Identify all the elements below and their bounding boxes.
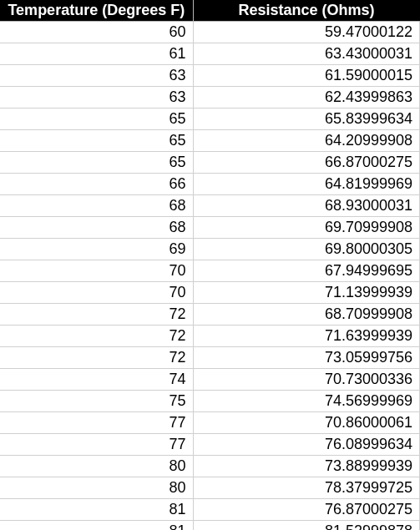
cell-resistance: 68.93000031 <box>193 195 419 217</box>
table-row: 7071.13999939 <box>0 282 420 304</box>
table-row: 6362.43999863 <box>0 87 420 109</box>
cell-resistance: 71.63999939 <box>193 326 419 347</box>
table-row: 7776.08999634 <box>0 434 420 456</box>
cell-resistance: 71.13999939 <box>193 282 419 304</box>
header-resistance: Resistance (Ohms) <box>193 0 419 22</box>
cell-resistance: 73.88999939 <box>193 456 419 477</box>
cell-resistance: 67.94999695 <box>193 260 419 282</box>
table-row: 7273.05999756 <box>0 347 420 369</box>
cell-resistance: 73.05999756 <box>193 347 419 369</box>
cell-temperature: 72 <box>0 326 193 347</box>
cell-resistance: 78.37999725 <box>193 477 419 499</box>
cell-resistance: 69.70999908 <box>193 217 419 239</box>
table-row: 6868.93000031 <box>0 195 420 217</box>
table-header-row: Temperature (Degrees F) Resistance (Ohms… <box>0 0 420 22</box>
table-row: 8176.87000275 <box>0 499 420 521</box>
cell-resistance: 70.86000061 <box>193 412 419 434</box>
cell-resistance: 76.87000275 <box>193 499 419 521</box>
table-row: 6361.59000015 <box>0 65 420 87</box>
table-row: 7770.86000061 <box>0 412 420 434</box>
table-row: 6869.70999908 <box>0 217 420 239</box>
cell-resistance: 62.43999863 <box>193 87 419 109</box>
table-row: 7574.56999969 <box>0 391 420 412</box>
cell-temperature: 72 <box>0 347 193 369</box>
table-row: 6163.43000031 <box>0 43 420 65</box>
cell-temperature: 66 <box>0 174 193 195</box>
table-row: 6564.20999908 <box>0 130 420 152</box>
cell-resistance: 66.87000275 <box>193 152 419 174</box>
cell-resistance: 68.70999908 <box>193 304 419 326</box>
cell-temperature: 68 <box>0 195 193 217</box>
header-temperature: Temperature (Degrees F) <box>0 0 193 22</box>
cell-temperature: 81 <box>0 499 193 521</box>
table-row: 6566.87000275 <box>0 152 420 174</box>
table-row: 7268.70999908 <box>0 304 420 326</box>
cell-resistance: 64.81999969 <box>193 174 419 195</box>
cell-temperature: 60 <box>0 22 193 43</box>
cell-resistance: 59.47000122 <box>193 22 419 43</box>
cell-resistance: 74.56999969 <box>193 391 419 412</box>
table-row: 6969.80000305 <box>0 239 420 260</box>
cell-temperature: 63 <box>0 87 193 109</box>
data-table: Temperature (Degrees F) Resistance (Ohms… <box>0 0 420 530</box>
table-row: 6059.47000122 <box>0 22 420 43</box>
cell-temperature: 68 <box>0 217 193 239</box>
table-row: 8078.37999725 <box>0 477 420 499</box>
cell-resistance: 63.43000031 <box>193 43 419 65</box>
cell-resistance: 70.73000336 <box>193 369 419 391</box>
cell-resistance: 61.59000015 <box>193 65 419 87</box>
cell-temperature: 63 <box>0 65 193 87</box>
table-row: 6565.83999634 <box>0 109 420 130</box>
cell-temperature: 77 <box>0 412 193 434</box>
cell-resistance: 65.83999634 <box>193 109 419 130</box>
table-row: 8181.52999878 <box>0 521 420 531</box>
cell-temperature: 72 <box>0 304 193 326</box>
cell-temperature: 61 <box>0 43 193 65</box>
cell-temperature: 75 <box>0 391 193 412</box>
table-row: 7067.94999695 <box>0 260 420 282</box>
cell-temperature: 69 <box>0 239 193 260</box>
cell-resistance: 81.52999878 <box>193 521 419 531</box>
cell-temperature: 77 <box>0 434 193 456</box>
cell-temperature: 70 <box>0 260 193 282</box>
cell-temperature: 65 <box>0 152 193 174</box>
cell-temperature: 80 <box>0 477 193 499</box>
cell-temperature: 65 <box>0 130 193 152</box>
cell-resistance: 69.80000305 <box>193 239 419 260</box>
table-row: 8073.88999939 <box>0 456 420 477</box>
cell-temperature: 70 <box>0 282 193 304</box>
table-row: 6664.81999969 <box>0 174 420 195</box>
cell-temperature: 81 <box>0 521 193 531</box>
table-row: 7470.73000336 <box>0 369 420 391</box>
cell-resistance: 64.20999908 <box>193 130 419 152</box>
cell-temperature: 65 <box>0 109 193 130</box>
cell-temperature: 74 <box>0 369 193 391</box>
cell-temperature: 80 <box>0 456 193 477</box>
cell-resistance: 76.08999634 <box>193 434 419 456</box>
table-row: 7271.63999939 <box>0 326 420 347</box>
